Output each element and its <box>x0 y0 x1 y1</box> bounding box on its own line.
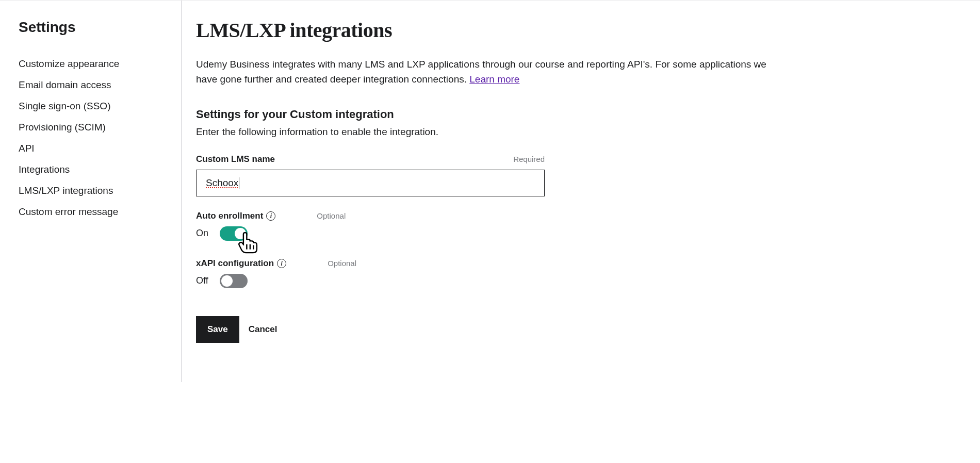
save-button[interactable]: Save <box>196 316 239 343</box>
xapi-label: xAPI configuration i <box>196 258 286 269</box>
lms-name-required: Required <box>513 155 545 163</box>
sidebar-item-email-domain-access[interactable]: Email domain access <box>19 79 162 91</box>
lms-name-value: Schoox <box>206 177 238 189</box>
xapi-optional: Optional <box>328 259 356 268</box>
learn-more-link[interactable]: Learn more <box>469 74 519 85</box>
sidebar-item-integrations[interactable]: Integrations <box>19 164 162 175</box>
sidebar-item-customize-appearance[interactable]: Customize appearance <box>19 58 162 70</box>
xapi-state: Off <box>196 275 211 286</box>
xapi-toggle[interactable] <box>220 274 248 288</box>
settings-sidebar: Settings Customize appearance Email doma… <box>0 1 182 382</box>
auto-enroll-state: On <box>196 228 211 239</box>
cancel-button[interactable]: Cancel <box>249 324 277 335</box>
auto-enroll-optional: Optional <box>317 211 346 220</box>
auto-enroll-label: Auto enrollment i <box>196 211 275 221</box>
auto-enroll-toggle[interactable] <box>220 226 248 241</box>
page-title: LMS/LXP integrations <box>196 18 786 42</box>
lms-name-label: Custom LMS name <box>196 154 275 164</box>
intro-paragraph: Udemy Business integrates with many LMS … <box>196 57 786 87</box>
subsection-title: Settings for your Custom integration <box>196 108 786 121</box>
info-icon[interactable]: i <box>266 211 275 221</box>
main-content: LMS/LXP integrations Udemy Business inte… <box>182 1 801 382</box>
sidebar-item-lms-lxp-integrations[interactable]: LMS/LXP integrations <box>19 185 162 196</box>
toggle-knob <box>235 228 246 239</box>
sidebar-title: Settings <box>19 19 162 36</box>
auto-enroll-toggle-row: On <box>196 226 786 241</box>
sidebar-item-single-sign-on[interactable]: Single sign-on (SSO) <box>19 101 162 112</box>
text-caret <box>239 177 239 189</box>
xapi-label-row: xAPI configuration i Optional <box>196 258 786 269</box>
sidebar-nav: Customize appearance Email domain access… <box>19 58 162 218</box>
xapi-toggle-row: Off <box>196 274 786 288</box>
lms-name-input[interactable]: Schoox <box>196 170 545 196</box>
subsection-desc: Enter the following information to enabl… <box>196 126 786 138</box>
sidebar-item-api[interactable]: API <box>19 143 162 154</box>
auto-enroll-label-row: Auto enrollment i Optional <box>196 211 786 221</box>
sidebar-item-provisioning-scim[interactable]: Provisioning (SCIM) <box>19 122 162 133</box>
lms-name-label-row: Custom LMS name Required <box>196 154 545 164</box>
sidebar-item-custom-error-message[interactable]: Custom error message <box>19 206 162 218</box>
form-buttons: Save Cancel <box>196 316 786 343</box>
info-icon[interactable]: i <box>277 259 286 268</box>
toggle-knob <box>221 275 233 287</box>
